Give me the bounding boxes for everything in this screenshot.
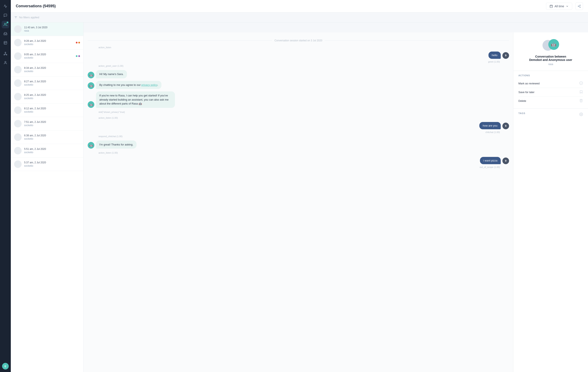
conv-avatar-8 bbox=[14, 133, 21, 141]
conv-avatar-1 bbox=[14, 39, 21, 46]
conv-avatar-10 bbox=[14, 160, 21, 168]
svg-point-24 bbox=[581, 114, 582, 115]
svg-point-0 bbox=[4, 23, 6, 24]
conv-time-5: 8:25 am, 2 Jul 2020 bbox=[24, 94, 80, 96]
filter-icon[interactable] bbox=[14, 16, 17, 19]
msg-row-user-pizza: i want pizza 9 bbox=[88, 157, 509, 164]
conversation-item-8[interactable]: 6:38 am, 2 Jul 2020 socketio bbox=[11, 130, 83, 144]
dot-orange bbox=[78, 42, 80, 43]
dot-red bbox=[76, 42, 77, 43]
conv-time-1: 9:28 am, 2 Jul 2020 bbox=[24, 40, 73, 43]
right-panel: 🤖 Conversation betweenDemobot and Anonym… bbox=[513, 32, 588, 372]
conv-avatar-5 bbox=[14, 93, 21, 100]
page-title: Conversations (54595) bbox=[16, 4, 56, 8]
nav-analytics-icon[interactable] bbox=[2, 2, 9, 10]
user-avatar[interactable]: E bbox=[2, 363, 9, 370]
conv-info-3: 8:34 am, 2 Jul 2020 socketio bbox=[24, 66, 80, 73]
msg-row-bot-sara: 🤖 Hi! My name's Sara. bbox=[88, 70, 509, 78]
svg-rect-11 bbox=[550, 5, 552, 8]
tags-title: TAGS bbox=[518, 112, 525, 115]
user-avatar-pizza: 9 bbox=[502, 158, 509, 164]
conversation-item-3[interactable]: 8:34 am, 2 Jul 2020 socketio bbox=[11, 63, 83, 76]
tag-settings-icon[interactable] bbox=[579, 112, 583, 117]
dot-purple bbox=[78, 55, 80, 57]
chat-area: Conversation session started on 3 Jul 20… bbox=[84, 32, 513, 372]
conv-time-2: 9:05 am, 2 Jul 2020 bbox=[24, 53, 73, 56]
conv-dots-2 bbox=[76, 55, 80, 57]
dot-green bbox=[76, 55, 77, 57]
user-avatar-how: 9 bbox=[502, 123, 509, 129]
conv-avatar-6 bbox=[14, 106, 21, 114]
bubble-user-pizza: i want pizza bbox=[480, 157, 501, 164]
conv-name-5: socketio bbox=[24, 97, 80, 100]
slot-shown-privacy: slot{"shown_privacy":true} bbox=[88, 111, 509, 113]
share-button[interactable] bbox=[576, 2, 583, 10]
bot-avatar-great: 🤖 bbox=[88, 142, 94, 149]
intent-out-of-scope: out_of_scope (1.00) bbox=[88, 166, 509, 168]
top-bar: Conversations (54595) All time bbox=[11, 0, 588, 12]
calendar-icon bbox=[550, 5, 553, 8]
session-divider: Conversation session started on 3 Jul 20… bbox=[88, 39, 509, 42]
conv-avatar-0 bbox=[14, 25, 21, 33]
delete-row[interactable]: Delete bbox=[518, 97, 583, 105]
chevron-down-icon bbox=[566, 5, 569, 8]
conversation-item-6[interactable]: 8:12 am, 2 Jul 2020 socketio bbox=[11, 104, 83, 117]
bubble-bot-sara: Hi! My name's Sara. bbox=[96, 70, 127, 78]
filter-bar: No filters applied bbox=[11, 12, 588, 22]
svg-point-16 bbox=[578, 6, 579, 7]
mark-as-reviewed-row[interactable]: Mark as reviewed bbox=[518, 79, 583, 88]
conversation-item-2[interactable]: 9:05 am, 2 Jul 2020 socketio bbox=[11, 49, 83, 63]
action-listen-1: action_listen bbox=[88, 46, 509, 49]
bubble-bot-great: I'm great! Thanks for asking. bbox=[96, 140, 136, 149]
right-panel-top: 🤖 Conversation betweenDemobot and Anonym… bbox=[514, 32, 588, 71]
conversation-list: 11:43 am, 3 Jul 2020 rasa 9:28 am, 2 Jul… bbox=[11, 22, 84, 372]
conversation-item-1[interactable]: 9:28 am, 2 Jul 2020 socketio bbox=[11, 36, 83, 49]
user-avatar-hello: 9 bbox=[502, 52, 509, 59]
conv-name-1: socketio bbox=[24, 43, 73, 46]
action-listen-3: action_listen (1.00) bbox=[88, 151, 509, 154]
actions-section: ACTIONS Mark as reviewed Save for later … bbox=[514, 71, 588, 109]
conv-info-7: 7:51 am, 2 Jul 2020 socketio bbox=[24, 120, 80, 127]
action-listen-2: action_listen (1.00) bbox=[88, 117, 509, 119]
svg-line-9 bbox=[4, 54, 5, 54]
bubble-bot-privacy: By chatting to me you agree to our priva… bbox=[96, 81, 161, 89]
msg-row-user-how: how are you 9 bbox=[88, 122, 509, 129]
bookmark-icon bbox=[579, 90, 583, 94]
conversation-item-9[interactable]: 5:51 am, 2 Jul 2020 socketio bbox=[11, 144, 83, 158]
conversation-between-label: Conversation betweenDemobot and Anonymou… bbox=[529, 55, 572, 62]
check-circle-icon bbox=[579, 81, 583, 86]
conv-time-8: 6:38 am, 2 Jul 2020 bbox=[24, 134, 80, 137]
nav-chat-icon[interactable] bbox=[2, 12, 9, 19]
conv-time-10: 5:37 am, 2 Jul 2020 bbox=[24, 161, 80, 164]
svg-point-17 bbox=[580, 7, 580, 8]
trash-icon bbox=[579, 99, 583, 103]
conv-name-7: socketio bbox=[24, 124, 80, 127]
conv-avatar-4 bbox=[14, 79, 21, 87]
time-filter-label: All time bbox=[555, 5, 564, 8]
conversation-item-0[interactable]: 11:43 am, 3 Jul 2020 rasa bbox=[11, 22, 83, 36]
conv-avatar-7 bbox=[14, 120, 21, 128]
conv-info-4: 8:27 am, 2 Jul 2020 socketio bbox=[24, 80, 80, 86]
nav-reports-icon[interactable] bbox=[2, 39, 9, 47]
conv-time-0: 11:43 am, 3 Jul 2020 bbox=[24, 26, 80, 29]
conversation-item-4[interactable]: 8:27 am, 2 Jul 2020 socketio bbox=[11, 76, 83, 90]
nav-inbox-icon[interactable] bbox=[2, 30, 9, 37]
nav-flows-icon[interactable] bbox=[2, 50, 9, 57]
conv-avatar-9 bbox=[14, 147, 21, 154]
nav-users-icon[interactable] bbox=[2, 59, 9, 66]
tags-section: TAGS bbox=[514, 109, 588, 120]
bot-avatar-sara: 🤖 bbox=[88, 72, 94, 78]
conv-name-6: socketio bbox=[24, 110, 80, 113]
time-filter-button[interactable]: All time bbox=[546, 3, 572, 10]
conversation-item-7[interactable]: 7:51 am, 2 Jul 2020 socketio bbox=[11, 117, 83, 130]
msg-row-bot-rasa-info: 🤖 If you're new to Rasa, I can help you … bbox=[88, 91, 509, 108]
conversation-item-5[interactable]: 8:25 am, 2 Jul 2020 socketio bbox=[11, 90, 83, 104]
conv-avatar-2 bbox=[14, 52, 21, 60]
privacy-policy-link[interactable]: privacy policy bbox=[141, 83, 157, 86]
conversation-item-10[interactable]: 5:37 am, 2 Jul 2020 socketio bbox=[11, 158, 83, 171]
conv-info-10: 5:37 am, 2 Jul 2020 socketio bbox=[24, 161, 80, 167]
nav-conversations-icon[interactable] bbox=[2, 21, 9, 28]
conv-info-8: 6:38 am, 2 Jul 2020 socketio bbox=[24, 134, 80, 140]
save-for-later-row[interactable]: Save for later bbox=[518, 88, 583, 97]
conv-time-6: 8:12 am, 2 Jul 2020 bbox=[24, 107, 80, 110]
